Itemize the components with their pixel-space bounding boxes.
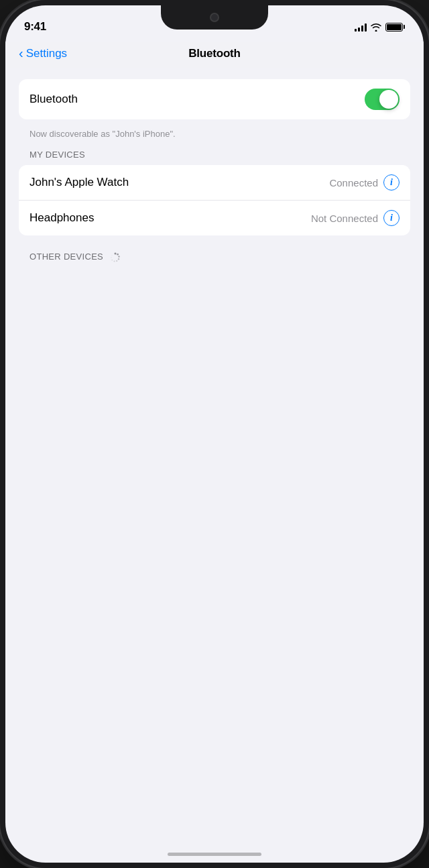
svg-point-3	[118, 258, 119, 260]
signal-bars-icon	[355, 22, 367, 32]
info-button-apple-watch[interactable]: i	[383, 174, 400, 191]
battery-body	[385, 23, 403, 32]
nav-bar: ‹ Settings Bluetooth	[5, 42, 424, 68]
battery-icon	[385, 23, 405, 32]
device-row-apple-watch[interactable]: John's Apple Watch Connected i	[19, 165, 410, 200]
battery-tip	[404, 25, 405, 29]
signal-bar-1	[355, 29, 357, 32]
back-button[interactable]: ‹ Settings	[19, 46, 67, 61]
svg-point-7	[111, 257, 112, 258]
bluetooth-label: Bluetooth	[29, 93, 78, 106]
signal-bar-4	[365, 23, 367, 32]
device-status-headphones: Not Connected	[311, 213, 378, 224]
discoverable-text: Now discoverable as "John's iPhone".	[19, 125, 410, 139]
bluetooth-toggle[interactable]	[365, 89, 400, 110]
device-status-apple-watch: Connected	[329, 177, 378, 188]
info-icon-headphones: i	[390, 213, 393, 223]
phone-screen: 9:41	[5, 5, 424, 863]
my-devices-card: John's Apple Watch Connected i Headphone…	[19, 165, 410, 235]
main-content: Bluetooth Now discoverable as "John's iP…	[5, 68, 424, 279]
device-name-headphones: Headphones	[29, 211, 94, 225]
device-name-apple-watch: John's Apple Watch	[29, 176, 129, 189]
svg-point-5	[114, 260, 115, 262]
signal-bar-3	[361, 25, 363, 32]
svg-point-6	[111, 259, 113, 260]
wifi-icon	[371, 23, 381, 32]
bluetooth-card: Bluetooth	[19, 79, 410, 119]
info-button-headphones[interactable]: i	[383, 210, 400, 226]
chevron-left-icon: ‹	[19, 46, 23, 61]
svg-point-0	[115, 252, 117, 254]
device-right-headphones: Not Connected i	[311, 210, 400, 226]
my-devices-section-label: MY DEVICES	[19, 139, 410, 165]
other-devices-label: OTHER DEVICES	[29, 252, 103, 262]
loading-spinner-icon	[110, 252, 121, 263]
device-row-headphones[interactable]: Headphones Not Connected i	[19, 200, 410, 235]
back-label: Settings	[26, 47, 67, 60]
device-right-apple-watch: Connected i	[329, 174, 400, 191]
info-icon-apple-watch: i	[390, 177, 393, 188]
camera	[210, 13, 219, 22]
svg-point-1	[117, 253, 119, 255]
status-icons	[355, 22, 405, 32]
bluetooth-toggle-row: Bluetooth	[19, 79, 410, 119]
svg-point-2	[118, 256, 120, 258]
home-indicator	[168, 853, 261, 856]
svg-point-4	[116, 260, 117, 261]
battery-fill	[387, 24, 402, 30]
page-title: Bluetooth	[188, 47, 241, 60]
other-devices-section-label: OTHER DEVICES	[19, 241, 410, 268]
svg-point-8	[112, 254, 113, 255]
signal-bar-2	[358, 28, 360, 32]
status-time: 9:41	[24, 20, 46, 34]
phone-frame: 9:41	[0, 0, 429, 868]
notch	[161, 5, 268, 30]
toggle-knob	[379, 90, 398, 109]
